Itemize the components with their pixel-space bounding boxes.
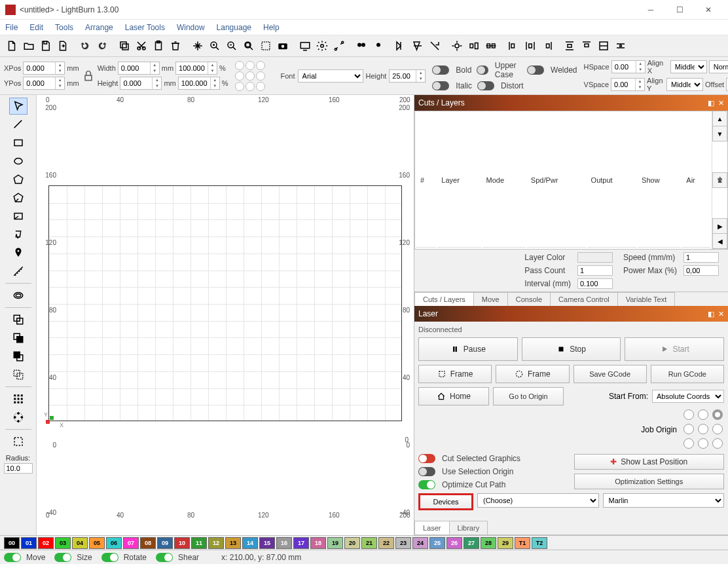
palette-28[interactable]: 28: [481, 537, 496, 549]
dist-h-icon[interactable]: [522, 38, 538, 54]
offset-tool[interactable]: [9, 287, 27, 304]
stop-button[interactable]: Stop: [522, 337, 621, 361]
cut-selected-toggle[interactable]: Cut Selected Graphics: [442, 454, 520, 463]
undock-laser-icon[interactable]: ◧: [708, 310, 714, 318]
tab-cuts[interactable]: Cuts / Layers: [414, 292, 474, 306]
dist-v-icon[interactable]: [562, 38, 577, 54]
mirror-v-icon[interactable]: [410, 38, 426, 54]
zoom-out-icon[interactable]: [224, 38, 240, 54]
start-from-select[interactable]: Absolute Coords: [652, 390, 724, 403]
hspace-input[interactable]: [612, 61, 636, 73]
palette-02[interactable]: 02: [38, 537, 54, 549]
union-tool[interactable]: [9, 366, 27, 383]
palette-25[interactable]: 25: [429, 537, 445, 549]
height-input[interactable]: [120, 77, 152, 89]
palette-17[interactable]: 17: [293, 537, 309, 549]
dist-top-icon[interactable]: [579, 38, 594, 54]
layer-color-swatch[interactable]: [577, 252, 613, 263]
dist-left-icon[interactable]: [505, 38, 521, 54]
size-mode[interactable]: Size: [77, 553, 92, 562]
new-icon[interactable]: [4, 38, 20, 54]
frame-rect-button[interactable]: Frame: [418, 365, 492, 383]
height-pct-input[interactable]: [179, 77, 210, 89]
close-panel-icon[interactable]: ✕: [718, 99, 724, 107]
rect-tool[interactable]: [9, 134, 27, 151]
menu-edit[interactable]: Edit: [29, 23, 43, 32]
menu-window[interactable]: Window: [177, 23, 205, 32]
bold-toggle[interactable]: Bold: [456, 66, 471, 75]
maximize-button[interactable]: ☐: [665, 1, 694, 18]
layer-right-button[interactable]: ▶: [712, 218, 727, 234]
menu-tools[interactable]: Tools: [55, 23, 73, 32]
palette-12[interactable]: 12: [208, 537, 224, 549]
show-last-position-button[interactable]: ✚Show Last Position: [574, 454, 725, 470]
optimization-settings-button[interactable]: Optimization Settings: [574, 474, 725, 489]
frame-hull-button[interactable]: Frame: [496, 365, 569, 383]
mirror-h-icon[interactable]: [393, 38, 409, 54]
palette-18[interactable]: 18: [310, 537, 326, 549]
undo-icon[interactable]: [77, 38, 93, 54]
intersect-tool[interactable]: [9, 348, 27, 365]
palette-11[interactable]: 11: [191, 537, 207, 549]
alignx-select[interactable]: Middle: [670, 60, 707, 73]
interval-input[interactable]: [577, 278, 613, 289]
vspace-input[interactable]: [611, 79, 635, 90]
palette-08[interactable]: 08: [140, 537, 156, 549]
device-choose-select[interactable]: (Choose): [477, 493, 599, 508]
machine-select[interactable]: Marlin: [603, 493, 725, 508]
job-origin-grid[interactable]: [683, 409, 724, 450]
distort-toggle[interactable]: Distort: [501, 81, 524, 90]
frame-select-icon[interactable]: [258, 38, 274, 54]
xpos-input[interactable]: [24, 62, 55, 74]
font-height-input[interactable]: [390, 70, 416, 82]
width-pct-input[interactable]: [176, 62, 208, 74]
palette-13[interactable]: 13: [225, 537, 241, 549]
move-mode[interactable]: Move: [26, 553, 45, 562]
ypos-input[interactable]: [24, 77, 55, 89]
pass-count-input[interactable]: [577, 265, 613, 276]
font-mode-select[interactable]: Normal: [709, 60, 728, 73]
pan-icon[interactable]: [190, 38, 206, 54]
pause-button[interactable]: Pause: [418, 337, 518, 361]
dist-right-icon[interactable]: [539, 38, 555, 54]
align-center-icon[interactable]: [449, 38, 465, 54]
zoom-in-icon[interactable]: [207, 38, 223, 54]
same-height-icon[interactable]: [613, 38, 628, 54]
ungroup-icon[interactable]: [371, 38, 386, 54]
palette-03[interactable]: 03: [55, 537, 71, 549]
menu-laser-tools[interactable]: Laser Tools: [125, 23, 165, 32]
tab-library[interactable]: Library: [449, 521, 488, 535]
italic-toggle[interactable]: Italic: [456, 81, 472, 90]
open-icon[interactable]: [21, 38, 37, 54]
lock-icon[interactable]: [82, 66, 95, 86]
paste-icon[interactable]: [151, 38, 166, 54]
import-icon[interactable]: [55, 38, 71, 54]
layer-left-button[interactable]: ◀: [712, 233, 727, 249]
align-h-icon[interactable]: [466, 38, 482, 54]
tab-console[interactable]: Console: [507, 292, 551, 306]
group-icon[interactable]: [354, 38, 369, 54]
save-icon[interactable]: [38, 38, 54, 54]
run-gcode-button[interactable]: Run GCode: [651, 365, 724, 383]
palette-27[interactable]: 27: [464, 537, 479, 549]
palette-04[interactable]: 04: [72, 537, 88, 549]
power-max-input[interactable]: [683, 265, 719, 276]
canvas-area[interactable]: Y X 0 0040408080120120160160200200200200…: [37, 95, 414, 535]
measure-tool[interactable]: [9, 263, 27, 280]
same-width-icon[interactable]: [596, 38, 611, 54]
cut-icon[interactable]: [134, 38, 149, 54]
palette-06[interactable]: 06: [106, 537, 122, 549]
save-gcode-button[interactable]: Save GCode: [573, 365, 647, 383]
radial-array-tool[interactable]: [9, 409, 27, 426]
ellipse-tool[interactable]: [9, 153, 27, 170]
goto-origin-button[interactable]: Go to Origin: [493, 387, 564, 405]
shear-mode[interactable]: Shear: [178, 553, 199, 562]
use-sel-origin-toggle[interactable]: Use Selection Origin: [442, 467, 513, 476]
palette-01[interactable]: 01: [21, 537, 37, 549]
line-tool[interactable]: [9, 116, 27, 133]
rotate-icon[interactable]: [427, 38, 443, 54]
redo-icon[interactable]: [94, 38, 110, 54]
copy-icon[interactable]: [117, 38, 132, 54]
zoom-fit-icon[interactable]: [241, 38, 257, 54]
menu-help[interactable]: Help: [263, 23, 280, 32]
